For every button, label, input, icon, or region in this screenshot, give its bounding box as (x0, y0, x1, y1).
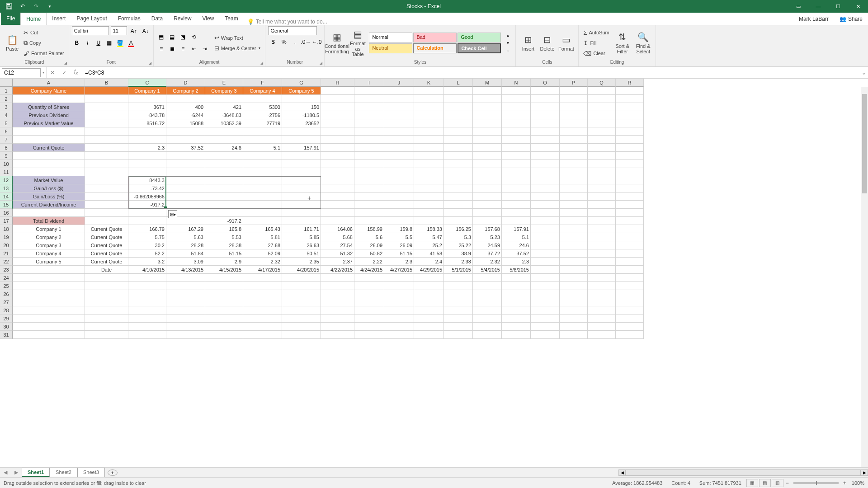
zoom-level[interactable]: 100% (852, 480, 864, 486)
row-header[interactable]: 23 (0, 266, 13, 274)
share-button[interactable]: 👥 Share (834, 13, 868, 25)
cell[interactable]: 5.85 (282, 233, 321, 241)
cell[interactable] (560, 209, 588, 217)
cell[interactable]: Current Quote (13, 144, 85, 152)
cell[interactable] (502, 127, 531, 136)
cell[interactable] (414, 136, 444, 144)
cell[interactable] (321, 168, 354, 176)
font-name-input[interactable] (72, 26, 109, 35)
cell[interactable] (243, 323, 282, 331)
styles-more-icon[interactable]: ⎓ (503, 47, 513, 54)
cell[interactable] (205, 192, 243, 201)
cell[interactable] (473, 209, 502, 217)
cell[interactable] (85, 314, 128, 323)
cell[interactable] (588, 258, 616, 266)
cell[interactable] (531, 290, 560, 298)
cell[interactable] (205, 306, 243, 314)
cell[interactable] (85, 119, 128, 127)
cell[interactable] (502, 290, 531, 298)
cell[interactable]: 5.63 (166, 233, 205, 241)
cell[interactable] (616, 331, 644, 339)
row-header[interactable]: 18 (0, 225, 13, 233)
cell[interactable]: 165.43 (243, 225, 282, 233)
cell[interactable] (13, 314, 85, 323)
cell[interactable] (502, 209, 531, 217)
save-icon[interactable] (3, 1, 15, 12)
row-header[interactable]: 3 (0, 103, 13, 111)
cell[interactable] (384, 127, 414, 136)
cell[interactable] (588, 119, 616, 127)
tab-view[interactable]: View (197, 13, 220, 25)
column-header[interactable]: R (616, 79, 644, 87)
cell[interactable]: 27.54 (321, 241, 354, 249)
ribbon-options-icon[interactable]: ▭ (788, 0, 808, 13)
cell[interactable] (384, 111, 414, 119)
cell[interactable] (321, 217, 354, 225)
cell[interactable]: 4/15/2015 (205, 266, 243, 274)
cell[interactable]: 5.47 (414, 233, 444, 241)
cell[interactable] (166, 306, 205, 314)
cell[interactable] (321, 95, 354, 103)
user-name[interactable]: Mark LaBarr (793, 13, 834, 25)
cell[interactable] (531, 314, 560, 323)
cell[interactable] (616, 306, 644, 314)
cell[interactable] (282, 176, 321, 184)
wrap-text-button[interactable]: ↩Wrap Text (212, 33, 263, 43)
cell[interactable] (354, 217, 384, 225)
cell[interactable] (85, 282, 128, 290)
cell[interactable] (531, 160, 560, 168)
column-header[interactable]: J (384, 79, 414, 87)
cell[interactable]: 37.52 (502, 249, 531, 258)
cell[interactable] (166, 323, 205, 331)
cell[interactable]: 161.71 (282, 225, 321, 233)
cell[interactable]: 50.82 (354, 249, 384, 258)
cell[interactable] (282, 209, 321, 217)
cell[interactable] (616, 282, 644, 290)
comma-format-icon[interactable]: , (290, 37, 300, 47)
cell[interactable] (282, 201, 321, 209)
cell[interactable] (13, 266, 85, 274)
format-cells-button[interactable]: ▭Format (557, 33, 576, 52)
cell[interactable]: 2.22 (354, 258, 384, 266)
align-bottom-icon[interactable]: ⬔ (178, 32, 188, 42)
cell[interactable] (473, 87, 502, 95)
cell[interactable] (321, 184, 354, 192)
cell[interactable] (282, 298, 321, 306)
row-header[interactable]: 21 (0, 249, 13, 258)
font-size-input[interactable] (111, 26, 127, 35)
row-header[interactable]: 11 (0, 168, 13, 176)
cell[interactable] (85, 290, 128, 298)
cell[interactable] (588, 95, 616, 103)
cell[interactable] (502, 103, 531, 111)
cell[interactable] (384, 168, 414, 176)
row-header[interactable]: 8 (0, 144, 13, 152)
cell[interactable] (560, 306, 588, 314)
undo-icon[interactable]: ↶ (16, 1, 29, 12)
cell[interactable] (166, 298, 205, 306)
cell[interactable]: 38.9 (444, 249, 473, 258)
cell[interactable]: 24.59 (473, 241, 502, 249)
cell[interactable] (166, 282, 205, 290)
cell[interactable] (473, 298, 502, 306)
cell[interactable] (282, 323, 321, 331)
autofill-options-icon[interactable]: ⊞▾ (168, 210, 177, 218)
cell[interactable] (321, 209, 354, 217)
formula-input[interactable] (82, 68, 860, 77)
cell[interactable] (205, 209, 243, 217)
cell[interactable] (502, 87, 531, 95)
cell[interactable] (282, 217, 321, 225)
cell[interactable] (616, 136, 644, 144)
cell[interactable] (444, 152, 473, 160)
cell[interactable] (560, 184, 588, 192)
cell[interactable] (560, 258, 588, 266)
row-header[interactable]: 27 (0, 298, 13, 306)
view-normal-icon[interactable]: ▦ (746, 479, 758, 487)
autosum-button[interactable]: ΣAutoSum (581, 28, 611, 38)
cell[interactable]: 52.2 (128, 249, 166, 258)
cell[interactable] (414, 306, 444, 314)
cell[interactable] (384, 119, 414, 127)
cell[interactable] (414, 192, 444, 201)
cut-button[interactable]: ✂Cut (22, 28, 66, 38)
cell[interactable] (384, 274, 414, 282)
column-header[interactable]: H (321, 79, 354, 87)
